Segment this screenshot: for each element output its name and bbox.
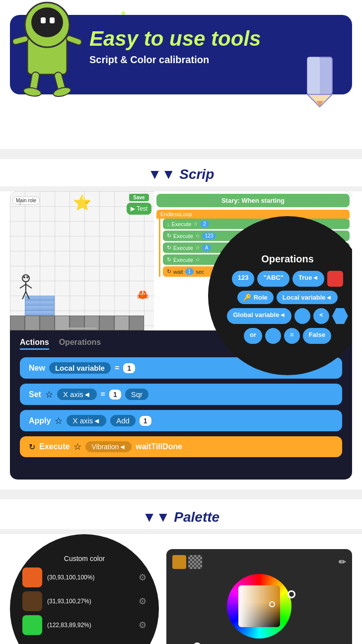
save-test-area[interactable]: Save ▶ Test <box>127 194 151 215</box>
ops-circle-2[interactable] <box>265 328 281 344</box>
value-2[interactable]: 1 <box>109 390 121 400</box>
endless-loop-header: EndlessLoop <box>156 210 350 219</box>
stick-figure <box>17 274 35 302</box>
block-val-1: 2 <box>200 221 209 227</box>
x-axis-tag[interactable]: X axis◄ <box>57 389 97 400</box>
hero-banner: Easy to use tools Script & Color calibra… <box>10 15 352 94</box>
custom-color-circle: Custom color (30,93,100,100%) ⚙ (31,93,1… <box>10 534 159 644</box>
palette-arrow: ▼▼ <box>143 509 170 525</box>
block-val-2: 123 <box>202 233 217 239</box>
action-block-execute[interactable]: ↻ Execute ☆ Vibration◄ waitTillDone <box>20 436 342 457</box>
color-gradient-box[interactable] <box>238 585 280 627</box>
ops-circle-1[interactable] <box>294 308 310 324</box>
swatch-orange[interactable] <box>172 555 186 569</box>
action-block-apply[interactable]: Apply ☆ X axis◄ Add 1 <box>20 410 342 431</box>
star-icon-set: ☆ <box>45 389 53 400</box>
script-area: Main role ↓ ⭐ Save ▶ Test <box>0 191 362 489</box>
gear-icon-2[interactable]: ⚙ <box>139 596 146 607</box>
svg-rect-12 <box>307 57 320 94</box>
star-icon-exec: ☆ <box>73 441 81 452</box>
scroll-handle[interactable] <box>67 327 97 329</box>
ops-btn-red[interactable] <box>327 271 343 287</box>
game-canvas: Main role ↓ ⭐ Save ▶ Test <box>10 191 154 330</box>
vibration-tag[interactable]: Vibration◄ <box>85 441 132 452</box>
color-picker-top: ✏ <box>172 555 346 569</box>
add-tag[interactable]: Add <box>110 415 136 426</box>
ops-btn-false[interactable]: False <box>303 328 331 344</box>
palette-section: Custom color (30,93,100,100%) ⚙ (31,93,1… <box>0 534 362 644</box>
swatch-transparent[interactable] <box>188 555 202 569</box>
gear-icon-1[interactable]: ⚙ <box>139 572 146 583</box>
color-wheel-container[interactable] <box>227 574 291 639</box>
value-1[interactable]: 1 <box>123 363 135 373</box>
color-value-2: (31,93,100,27%) <box>47 598 134 605</box>
ops-row-4: or = False <box>244 328 331 344</box>
execute-text-2: Execute <box>39 442 70 451</box>
svg-line-19 <box>20 284 26 288</box>
ops-btn-lt[interactable]: < <box>313 308 329 324</box>
value-3[interactable]: 1 <box>140 416 151 426</box>
color-swatch-1 <box>22 567 42 587</box>
color-row-1: (30,93,100,100%) ⚙ <box>22 567 146 587</box>
robot-character <box>5 0 89 99</box>
new-text: New <box>29 364 45 373</box>
main-role-label: Main role <box>12 196 40 205</box>
execute-icon-3: ↻ <box>167 244 171 251</box>
ops-btn-abc[interactable]: "ABC" <box>257 271 290 287</box>
equals-text-2: = <box>101 390 105 399</box>
ops-btn-or[interactable]: or <box>244 328 262 344</box>
svg-rect-6 <box>66 35 82 46</box>
svg-point-15 <box>22 275 29 282</box>
color-value-3: (122,83,89,92%) <box>47 622 134 629</box>
svg-point-17 <box>26 276 28 278</box>
hero-section: ✦ · <box>0 0 362 149</box>
tab-actions[interactable]: Actions <box>20 338 49 350</box>
sqr-tag[interactable]: Sqr <box>125 389 148 400</box>
color-row-2: (31,93,100,27%) ⚙ <box>22 591 146 611</box>
star-icon-3: ☆ <box>195 244 200 251</box>
color-row-4: (116,72,77,39%) <box>22 639 146 644</box>
wait-till-done-text: waitTillDone <box>136 442 182 451</box>
ops-btn-123[interactable]: 123 <box>232 271 255 287</box>
operations-title: Operations <box>261 253 314 265</box>
script-container: Main role ↓ ⭐ Save ▶ Test <box>10 191 352 480</box>
ops-btn-eq[interactable]: = <box>284 328 300 344</box>
hero-title: Easy to use tools <box>89 27 340 50</box>
pencil-tool-btn[interactable]: ✏ <box>339 557 346 567</box>
star-icon-apply: ☆ <box>55 415 63 426</box>
ops-btn-localvar[interactable]: Local variable◄ <box>277 291 338 304</box>
star-icon-4: ☆ <box>195 256 200 263</box>
svg-point-16 <box>23 276 25 278</box>
block-val-3: A <box>202 244 212 251</box>
arrow-indicator: ↓ <box>19 200 21 206</box>
test-label: Test <box>137 205 147 212</box>
svg-rect-4 <box>50 17 55 23</box>
ops-row-1: 123 "ABC" True◄ <box>232 271 344 287</box>
x-axis-tag-2[interactable]: X axis◄ <box>67 415 106 426</box>
color-value-1: (30,93,100,100%) <box>47 574 134 581</box>
ops-btn-role[interactable]: 🔑 Role <box>237 291 274 304</box>
test-button[interactable]: ▶ Test <box>127 203 151 215</box>
svg-rect-3 <box>41 17 46 23</box>
action-block-set[interactable]: Set ☆ X axis◄ = 1 Sqr <box>20 384 342 405</box>
pencil-decoration <box>297 55 342 109</box>
scrip-section-label: ▼▼ Scrip <box>0 159 362 186</box>
ops-hex[interactable] <box>332 308 348 324</box>
ops-btn-globalvar[interactable]: Global variable◄ <box>227 308 291 324</box>
gear-icon-3[interactable]: ⚙ <box>139 620 146 631</box>
game-editor: Main role ↓ ⭐ Save ▶ Test <box>10 191 352 330</box>
execute-icon-2: ↻ <box>167 233 171 239</box>
svg-line-20 <box>26 284 32 288</box>
ops-row-3: Global variable◄ < <box>227 308 348 324</box>
custom-color-title: Custom color <box>22 555 146 563</box>
local-variable-tag[interactable]: Local variable <box>49 362 111 374</box>
apply-text: Apply <box>29 416 51 425</box>
execute-icon-1: ↓ <box>167 221 170 227</box>
ops-btn-true[interactable]: True◄ <box>292 271 324 287</box>
color-swatch-2 <box>22 591 42 611</box>
tab-operations[interactable]: Operations <box>59 338 101 350</box>
scrip-label-text: Scrip <box>179 166 214 182</box>
save-button[interactable]: Save <box>129 194 148 201</box>
color-swatch-3 <box>22 615 42 635</box>
wait-icon: ↻ <box>167 268 171 275</box>
